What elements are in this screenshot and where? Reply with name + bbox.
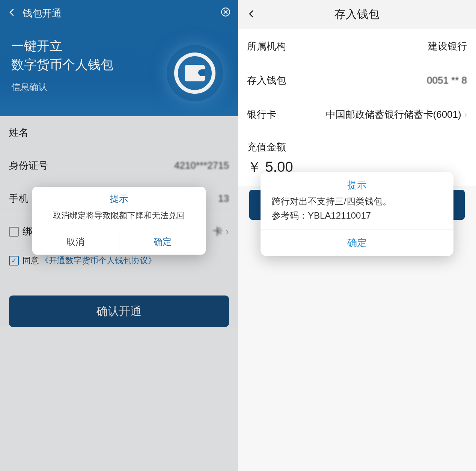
left-dialog-cancel-button[interactable]: 取消: [32, 229, 119, 255]
back-icon[interactable]: [247, 8, 258, 21]
left-dialog-ok-button[interactable]: 确定: [119, 229, 206, 255]
left-title: 钱包开通: [19, 7, 215, 20]
right-dialog-title: 提示: [261, 172, 453, 194]
close-icon[interactable]: [215, 7, 230, 20]
wallet-row[interactable]: 存入钱包 0051 ** 8: [238, 63, 476, 98]
confirm-open-button[interactable]: 确认开通: [9, 296, 229, 327]
left-dialog-message: 取消绑定将导致限额下降和无法兑回: [32, 208, 206, 229]
wallet-icon: [167, 45, 223, 101]
code-value: YBLA12110017: [308, 210, 371, 220]
right-dialog-ok-button[interactable]: 确定: [261, 229, 453, 256]
chevron-right-icon: ›: [464, 110, 467, 120]
right-topbar: 存入钱包: [238, 0, 476, 29]
bind-label: 绑: [23, 225, 32, 238]
agree-prefix: 同意: [23, 255, 39, 266]
name-row[interactable]: 姓名: [0, 116, 238, 149]
agree-checkbox[interactable]: ✓: [9, 256, 19, 266]
back-icon[interactable]: [8, 7, 19, 20]
bankcard-value: 中国邮政储蓄银行储蓄卡(6001): [326, 108, 461, 121]
id-row[interactable]: 身份证号 4210***2715: [0, 149, 238, 182]
phone-value: 13: [218, 193, 229, 204]
left-dialog-title: 提示: [32, 187, 206, 208]
left-topbar: 钱包开通: [0, 0, 238, 26]
left-dialog-buttons: 取消 确定: [32, 229, 206, 255]
org-label: 所属机构: [247, 40, 286, 53]
bind-value: 卡: [213, 225, 223, 238]
bankcard-row[interactable]: 银行卡 中国邮政储蓄银行储蓄卡(6001) ›: [238, 98, 476, 132]
wallet-label: 存入钱包: [247, 74, 286, 87]
right-dialog-code: 参考码：YBLA12110017: [261, 210, 453, 229]
bind-checkbox[interactable]: [9, 227, 19, 237]
org-value: 建设银行: [428, 40, 467, 53]
right-dialog: 提示 跨行对出不支持三/四类钱包。 参考码：YBLA12110017 确定: [261, 172, 453, 256]
phone-label: 手机: [9, 192, 29, 205]
wallet-value: 0051 ** 8: [427, 75, 467, 86]
id-value: 4210***2715: [174, 160, 229, 171]
hero-banner: 一键开立 数字货币个人钱包 信息确认: [0, 26, 238, 116]
amount-label: 充值金额: [238, 132, 476, 155]
name-label: 姓名: [9, 126, 29, 139]
chevron-right-icon: ›: [226, 226, 229, 237]
right-dialog-message: 跨行对出不支持三/四类钱包。: [261, 194, 453, 210]
right-screen: 存入钱包 所属机构 建设银行 存入钱包 0051 ** 8 银行卡 中国邮政储蓄…: [238, 0, 476, 471]
id-label: 身份证号: [9, 159, 48, 172]
code-label: 参考码：: [272, 210, 308, 220]
agreement-link[interactable]: 《开通数字货币个人钱包协议》: [41, 255, 156, 266]
right-title: 存入钱包: [258, 7, 456, 22]
left-dialog: 提示 取消绑定将导致限额下降和无法兑回 取消 确定: [32, 187, 206, 255]
bankcard-label: 银行卡: [247, 108, 276, 121]
left-screen: 钱包开通 一键开立 数字货币个人钱包 信息确认 姓名 身份证号 4210***2…: [0, 0, 238, 471]
org-row: 所属机构 建设银行: [238, 29, 476, 63]
